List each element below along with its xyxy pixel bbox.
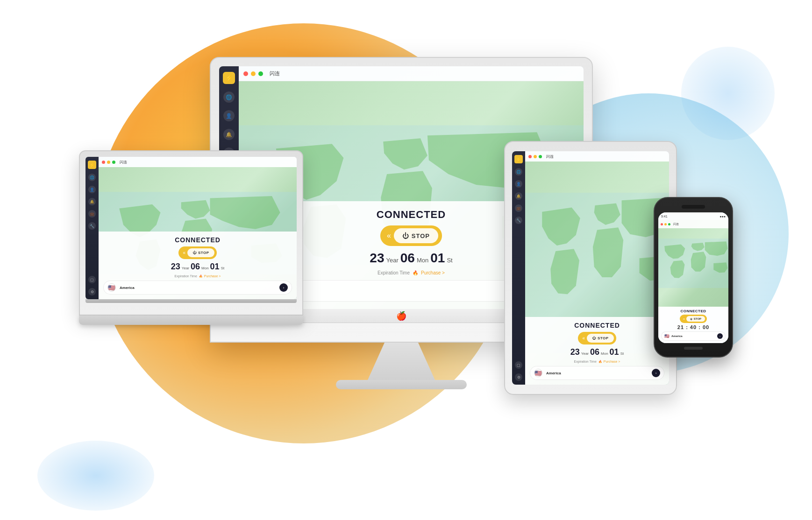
tablet-day-unit: St (620, 351, 624, 356)
imac-stop-button[interactable]: ⏻ STOP (394, 228, 438, 243)
imac-globe-icon: 🌐 (223, 91, 235, 103)
laptop-year-num: 23 (171, 262, 180, 272)
imac-purchase-icon: 🔥 (413, 270, 418, 275)
tablet-vpn-content: CONNECTED « ⏻ STOP 23 (525, 317, 669, 385)
tablet-country-name: America (546, 371, 561, 375)
laptop-dot-yellow (107, 161, 110, 164)
laptop-year-unit: Year (182, 266, 189, 270)
laptop-screen-outer: ⚡ 🌐 👤 🔔 💼 🔧 ▢ ⚙ (79, 150, 303, 316)
laptop-stop-label: STOP (198, 251, 209, 255)
phone-outer: 9:41 ●●● (654, 197, 733, 358)
imac-expiry-label: Expiration Time (378, 270, 410, 275)
imac-power-icon: ⏻ (402, 232, 409, 239)
laptop-power-icon: ⏻ (192, 251, 196, 255)
laptop-user-icon: 👤 (88, 186, 96, 193)
tablet-gear-icon: ⚙ (515, 373, 522, 381)
imac-year-unit: Year (386, 257, 398, 264)
phone-stop-button[interactable]: ⏻ STOP (686, 316, 705, 322)
tablet-dot-red (528, 155, 532, 158)
laptop-screen-inner: ⚡ 🌐 👤 🔔 💼 🔧 ▢ ⚙ (85, 157, 297, 299)
tablet-year-num: 23 (570, 347, 580, 357)
tablet-dot-green (539, 155, 542, 158)
imac-chevrons-icon: « (384, 232, 394, 240)
phone-map-area: 闪连 (658, 220, 728, 307)
phone-arrow-btn[interactable]: › (717, 333, 723, 339)
laptop-square-icon: ▢ (88, 276, 96, 283)
phone-title: 闪连 (673, 222, 679, 226)
phone-country-left: 🇺🇸 America (664, 333, 683, 339)
phone-screen: 9:41 ●●● (658, 212, 728, 343)
tablet-screen: ⚡ 🌐 👤 🔔 💼 🔧 ▢ ⚙ (512, 151, 669, 385)
laptop-purchase-link[interactable]: Purchase > (204, 274, 221, 278)
phone-titlebar: 闪连 (658, 220, 728, 228)
tablet-device: ⚡ 🌐 👤 🔔 💼 🔧 ▢ ⚙ (504, 141, 677, 395)
imac-power-btn-container[interactable]: « ⏻ STOP (380, 225, 442, 246)
phone-status-bar: 9:41 ●●● (658, 212, 728, 220)
laptop-arrow-btn[interactable]: › (279, 283, 288, 292)
laptop-day-num: 01 (210, 262, 220, 272)
laptop-day-unit: St (221, 266, 225, 270)
laptop-flag (107, 283, 116, 292)
tablet-expiry-label: Expiration Time (574, 360, 597, 363)
imac-apple-logo: 🍎 (396, 311, 406, 321)
imac-titlebar: 闪连 (239, 66, 584, 81)
laptop-month-unit: Mon (201, 266, 209, 270)
tablet-country-left: America (534, 369, 561, 377)
laptop-stop-button[interactable]: ⏻ STOP (187, 248, 214, 257)
tablet-main: 闪连 (525, 151, 669, 385)
tablet-month-num: 06 (590, 347, 599, 357)
phone-time: 9:41 (661, 215, 668, 218)
tablet-power-btn-container[interactable]: « ⏻ STOP (578, 332, 616, 344)
tablet-user-icon: 👤 (515, 180, 522, 188)
laptop-globe-icon: 🌐 (88, 174, 96, 181)
imac-purchase-link[interactable]: Purchase > (421, 270, 445, 275)
tablet-stop-label: STOP (598, 336, 609, 340)
tablet-outer: ⚡ 🌐 👤 🔔 💼 🔧 ▢ ⚙ (504, 141, 677, 395)
laptop-power-btn-container[interactable]: « ⏻ STOP (178, 246, 216, 259)
phone-chevrons-icon: « (682, 317, 686, 321)
imac-connected-label: CONNECTED (377, 209, 446, 221)
tablet-arrow-btn[interactable]: › (652, 369, 660, 377)
imac-month-num: 06 (400, 251, 415, 266)
phone-power-btn-container[interactable]: « ⏻ STOP (680, 315, 707, 323)
laptop-sidebar: ⚡ 🌐 👤 🔔 💼 🔧 ▢ ⚙ (85, 157, 99, 299)
tablet-purchase-link[interactable]: Purchase > (604, 360, 620, 363)
phone-country-row[interactable]: 🇺🇸 America › (661, 331, 726, 341)
tablet-country-row[interactable]: America › (530, 366, 664, 380)
phone-dot-yellow (664, 223, 667, 225)
laptop-gear-icon: ⚙ (88, 288, 96, 295)
tablet-briefcase-icon: 💼 (515, 204, 522, 212)
laptop-country-row[interactable]: America › (103, 281, 292, 295)
laptop-month-num: 06 (191, 262, 200, 272)
phone-power-icon: ⏻ (690, 317, 692, 320)
imac-dot-green (258, 71, 263, 76)
laptop-vpn-content: CONNECTED « ⏻ STOP (99, 232, 297, 299)
laptop-titlebar: 闪连 (99, 157, 297, 167)
laptop-dot-green (112, 161, 115, 164)
tablet-globe-icon: 🌐 (515, 168, 522, 176)
imac-base (336, 380, 467, 389)
phone-world-map (658, 220, 728, 307)
laptop-chevrons-icon: « (181, 250, 187, 255)
laptop-country-left: America (107, 283, 135, 292)
tablet-square-icon: ▢ (515, 361, 522, 369)
tablet-sidebar: ⚡ 🌐 👤 🔔 💼 🔧 ▢ ⚙ (512, 151, 525, 385)
laptop-logo-icon: ⚡ (88, 161, 96, 169)
phone-dot-red (661, 223, 663, 225)
imac-expiry-row: Expiration Time 🔥 Purchase > (378, 270, 445, 275)
laptop-country-name: America (120, 286, 135, 290)
imac-title: 闪连 (270, 70, 280, 77)
laptop-map: CONNECTED « ⏻ STOP (99, 167, 297, 299)
imac-stand (359, 343, 443, 380)
devices-container: ⚡ 🌐 👤 🔔 💼 🔧 ▢ ⚙ (79, 57, 733, 500)
laptop-dot-red (102, 161, 105, 164)
imac-stop-label: STOP (412, 232, 430, 239)
tablet-expiry-row: Expiration Time 🔥 Purchase > (574, 360, 620, 363)
tablet-stop-button[interactable]: ⏻ STOP (587, 334, 614, 343)
phone-timer: 21 : 40 : 00 (677, 324, 709, 330)
phone-device: 9:41 ●●● (654, 197, 733, 358)
tablet-dot-yellow (534, 155, 537, 158)
tablet-titlebar: 闪连 (525, 151, 669, 162)
laptop-device: ⚡ 🌐 👤 🔔 💼 🔧 ▢ ⚙ (79, 150, 303, 325)
laptop-date-row: 23 Year 06 Mon 01 St (171, 262, 224, 272)
